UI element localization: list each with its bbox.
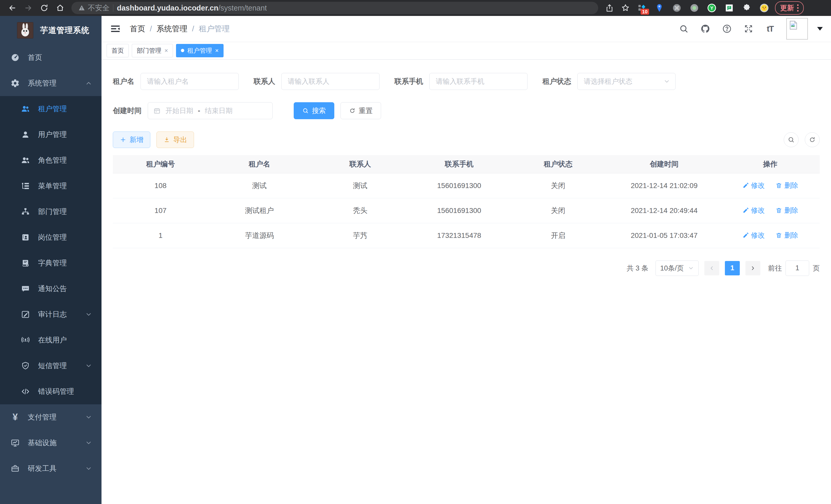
github-icon[interactable] — [700, 23, 711, 34]
chevron-down-icon — [688, 265, 694, 271]
sidebar-item-dict[interactable]: 字典管理 — [0, 250, 102, 276]
filter-status: 租户状态 请选择租户状态 — [542, 73, 676, 90]
add-button[interactable]: 新增 — [113, 131, 150, 148]
sidebar-item-system[interactable]: 系统管理 — [0, 70, 102, 96]
edit-label: 修改 — [751, 206, 765, 215]
sidebar-item-infra[interactable]: 基础设施 — [0, 430, 102, 456]
contact-input[interactable] — [281, 73, 379, 90]
emoji-icon[interactable] — [758, 2, 770, 13]
close-icon[interactable]: × — [165, 48, 168, 54]
sidebar-item-online-user[interactable]: 在线用户 — [0, 327, 102, 353]
cell-tenant-name: 测试 — [208, 173, 311, 198]
tab-tenant[interactable]: 租户管理× — [176, 44, 224, 57]
home-icon[interactable] — [53, 1, 67, 14]
sidebar-item-error-code[interactable]: 错误码管理 — [0, 379, 102, 404]
goto-page-input[interactable] — [785, 261, 809, 276]
sidebar-item-label: 部门管理 — [38, 207, 92, 216]
security-warning[interactable]: 不安全 — [78, 3, 110, 13]
reload-icon[interactable] — [37, 1, 51, 14]
sidebar-item-home[interactable]: 首页 — [0, 45, 102, 70]
sidebar-item-menu[interactable]: 菜单管理 — [0, 173, 102, 199]
trash-icon — [775, 232, 782, 239]
online-user-icon — [21, 335, 30, 345]
bookmark-star-icon[interactable] — [619, 1, 632, 14]
fullscreen-icon[interactable] — [743, 23, 754, 34]
search-icon — [787, 136, 795, 143]
yen-icon: ¥ — [10, 412, 20, 422]
mobile-input[interactable] — [429, 73, 527, 90]
browser-toolbar: 不安全 dashboard.yudao.iocoder.cn/system/te… — [0, 0, 831, 16]
prev-page-button[interactable] — [704, 261, 719, 275]
delete-button[interactable]: 删除 — [775, 181, 798, 190]
share-icon[interactable] — [603, 1, 616, 14]
command-icon[interactable]: ⌘ — [671, 2, 683, 13]
cell-tenant-id: 108 — [113, 173, 208, 198]
date-range-picker[interactable]: 开始日期 - 结束日期 — [148, 102, 273, 119]
add-button-label: 新增 — [130, 135, 143, 144]
menu-fold-icon[interactable] — [110, 23, 121, 34]
breadcrumb-system[interactable]: 系统管理 — [156, 24, 187, 34]
chat-icon[interactable] — [724, 2, 735, 13]
app-logo-row[interactable]: 芋道管理系统 — [0, 16, 102, 45]
puzzle-icon[interactable] — [741, 2, 752, 13]
edit-pencil-icon — [742, 207, 749, 214]
browser-update-button[interactable]: 更新 — [775, 1, 804, 14]
monitor-icon — [10, 438, 20, 448]
breadcrumb-separator: / — [150, 24, 152, 33]
close-icon[interactable]: × — [215, 48, 219, 54]
avatar[interactable] — [786, 18, 808, 39]
filter-label: 租户状态 — [542, 77, 571, 86]
toolbox-icon — [10, 464, 20, 473]
forward-icon[interactable] — [22, 1, 35, 14]
toggle-search-button[interactable] — [784, 132, 799, 147]
delete-button[interactable]: 删除 — [775, 206, 798, 215]
sidebar-item-notice[interactable]: 通知公告 — [0, 276, 102, 302]
sidebar-item-role[interactable]: 角色管理 — [0, 147, 102, 173]
tab-home[interactable]: 首页 — [107, 44, 129, 57]
search-button[interactable]: 搜索 — [294, 102, 334, 119]
cell-status: 关闭 — [509, 198, 608, 223]
delete-button[interactable]: 删除 — [775, 231, 798, 240]
edit-button[interactable]: 修改 — [742, 231, 765, 240]
sidebar-item-sms[interactable]: 短信管理 — [0, 353, 102, 379]
reset-button[interactable]: 重置 — [341, 102, 381, 119]
status-select-placeholder: 请选择租户状态 — [584, 77, 632, 86]
sidebar-item-tenant[interactable]: 租户管理 — [0, 96, 102, 122]
refresh-table-button[interactable] — [805, 132, 820, 147]
download-icon — [164, 137, 170, 143]
sidebar-item-post[interactable]: 岗位管理 — [0, 225, 102, 250]
caret-down-icon[interactable] — [817, 27, 823, 31]
yudao-green-icon[interactable]: Y — [706, 2, 717, 13]
export-button[interactable]: 导出 — [156, 131, 194, 148]
gear-icon — [10, 78, 20, 88]
tenant-name-input[interactable] — [141, 73, 239, 90]
sidebar-item-dev-tools[interactable]: 研发工具 — [0, 456, 102, 481]
breadcrumb-home[interactable]: 首页 — [130, 24, 145, 34]
sidebar-item-pay[interactable]: ¥ 支付管理 — [0, 404, 102, 430]
sidebar-item-user[interactable]: 用户管理 — [0, 122, 102, 147]
next-page-button[interactable] — [745, 261, 760, 275]
edit-button[interactable]: 修改 — [742, 181, 765, 190]
question-icon[interactable] — [721, 23, 732, 34]
status-dot-icon[interactable] — [689, 2, 700, 13]
col-header-actions: 操作 — [721, 155, 820, 173]
back-icon[interactable] — [6, 1, 19, 14]
page-number-1[interactable]: 1 — [725, 261, 740, 275]
cell-created: 2021-12-14 20:49:44 — [608, 198, 721, 223]
sidebar-item-audit-log[interactable]: 审计日志 — [0, 302, 102, 327]
edit-button[interactable]: 修改 — [742, 206, 765, 215]
sidebar-item-label: 错误码管理 — [38, 387, 92, 396]
status-select[interactable]: 请选择租户状态 — [577, 73, 676, 90]
tiles-diamond-icon[interactable]: 10 — [636, 2, 648, 13]
chevron-down-icon — [663, 78, 670, 85]
map-pin-icon[interactable] — [654, 2, 665, 13]
sidebar-item-dept[interactable]: 部门管理 — [0, 199, 102, 225]
sidebar-item-label: 在线用户 — [38, 335, 92, 345]
toolbar-right — [784, 132, 820, 147]
tab-dept[interactable]: 部门管理× — [132, 44, 173, 57]
font-size-icon[interactable]: tT — [765, 23, 775, 34]
search-icon[interactable] — [678, 23, 689, 34]
page-size-select[interactable]: 10条/页 — [656, 261, 699, 276]
cell-contact: 芋艿 — [311, 223, 409, 248]
address-bar[interactable]: 不安全 dashboard.yudao.iocoder.cn/system/te… — [71, 2, 598, 14]
